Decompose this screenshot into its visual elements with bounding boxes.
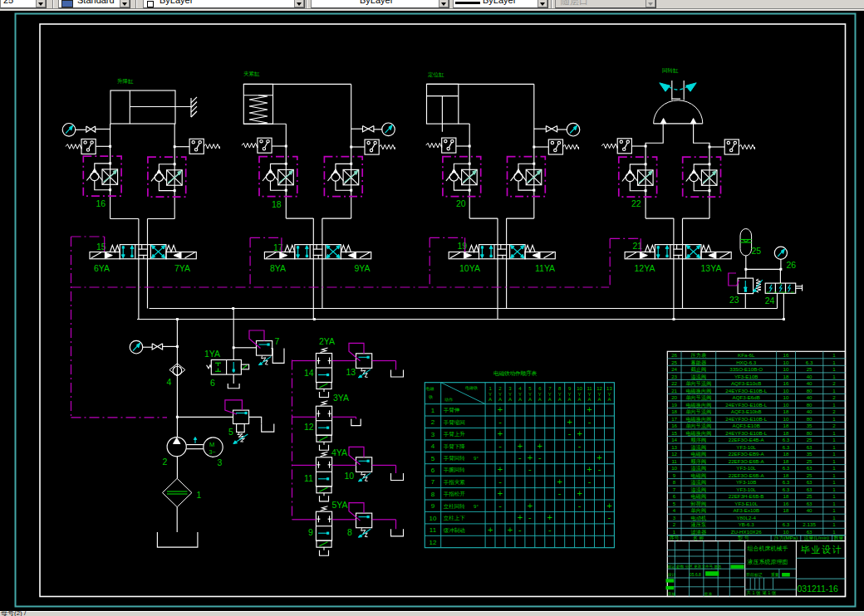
svg-text:16: 16: [96, 198, 106, 208]
svg-text:5: 5: [228, 427, 233, 437]
svg-text:YF3-10L: YF3-10L: [736, 444, 756, 450]
svg-text:2: 2: [832, 408, 836, 414]
svg-text:3YA: 3YA: [333, 393, 349, 403]
svg-text:1: 1: [832, 416, 836, 422]
svg-text:单向节流阀: 单向节流阀: [685, 408, 711, 415]
svg-text:9: 9: [673, 472, 676, 478]
svg-text:17: 17: [671, 416, 677, 422]
svg-text:缓冲制动: 缓冲制动: [444, 527, 465, 534]
svg-text:-: -: [608, 512, 611, 522]
svg-text:1: 1: [832, 437, 836, 442]
svg-text:25: 25: [807, 493, 812, 499]
svg-text:10: 10: [783, 416, 789, 422]
svg-text:AQF3-E10bB: AQF3-E10bB: [731, 408, 762, 414]
svg-text:24EYF3O-E10B-L: 24EYF3O-E10B-L: [725, 388, 767, 394]
svg-text:2YA: 2YA: [319, 336, 335, 346]
svg-text:4: 4: [518, 386, 522, 391]
svg-text:1: 1: [832, 521, 836, 527]
svg-text:2: 2: [832, 394, 836, 400]
svg-text:24: 24: [671, 366, 677, 372]
svg-text:+: +: [518, 512, 523, 522]
svg-text:13YA: 13YA: [701, 263, 722, 273]
svg-text:+: +: [498, 464, 503, 474]
svg-text:40: 40: [807, 408, 812, 414]
svg-text:+: +: [498, 428, 503, 438]
svg-text:+: +: [488, 525, 493, 535]
svg-text:Y: Y: [597, 392, 601, 397]
svg-text:立柱回转: 立柱回转: [444, 503, 466, 509]
svg-text:ZU-HX10X26: ZU-HX10X26: [731, 529, 762, 535]
svg-text:10: 10: [783, 359, 789, 365]
svg-text:AQF3-E10cB: AQF3-E10cB: [731, 380, 761, 386]
svg-text:12: 12: [596, 386, 602, 391]
svg-text:2: 2: [163, 457, 168, 467]
svg-text:Y: Y: [488, 392, 492, 397]
svg-text:63: 63: [807, 444, 812, 450]
svg-text:19: 19: [671, 402, 677, 408]
svg-text:手指夹紧: 手指夹紧: [444, 479, 466, 485]
svg-text:6: 6: [210, 378, 215, 388]
svg-text:10: 10: [783, 394, 789, 400]
svg-text:-: -: [538, 452, 542, 462]
svg-text:1: 1: [832, 515, 836, 521]
svg-text:+: +: [498, 404, 503, 414]
svg-text:63: 63: [807, 501, 812, 506]
svg-text:3: 3: [508, 386, 512, 391]
svg-text:18: 18: [783, 423, 789, 428]
svg-text:63: 63: [807, 529, 812, 535]
svg-text:回转缸: 回转缸: [662, 67, 679, 73]
svg-text:立柱上下: 立柱上下: [444, 515, 466, 521]
svg-text:16: 16: [783, 501, 789, 506]
svg-text:1: 1: [832, 451, 836, 457]
svg-text:22EF3O-E4B-A: 22EF3O-E4B-A: [729, 437, 765, 442]
svg-text:溢流阀: 溢流阀: [691, 479, 707, 486]
svg-text:YF3-E10B: YF3-E10B: [734, 374, 758, 379]
svg-text:-: -: [518, 525, 522, 535]
svg-text:26: 26: [787, 260, 797, 270]
svg-text:溢流阀: 溢流阀: [691, 486, 707, 493]
svg-text:-: -: [518, 452, 522, 462]
svg-text:1YA: 1YA: [204, 349, 220, 359]
svg-text:YF3-10L: YF3-10L: [736, 465, 756, 471]
svg-text:溢流阀: 溢流阀: [691, 444, 707, 451]
svg-text:6.3: 6.3: [783, 444, 790, 450]
svg-text:手臂回转: 手臂回转: [444, 455, 466, 461]
svg-text:18: 18: [783, 408, 789, 414]
svg-text:+: +: [587, 464, 592, 474]
svg-text:6: 6: [538, 386, 542, 391]
svg-text:A: A: [508, 397, 512, 402]
svg-text:15: 15: [671, 430, 677, 436]
svg-text:电磁: 电磁: [426, 386, 434, 391]
svg-text:电磁阀: 电磁阀: [691, 493, 707, 500]
svg-text:+: +: [567, 417, 572, 427]
svg-text:20: 20: [456, 198, 466, 208]
svg-text:+: +: [538, 441, 542, 451]
svg-text:7YA: 7YA: [174, 263, 190, 273]
svg-text:80: 80: [807, 416, 812, 422]
svg-text:电磁换向阀: 电磁换向阀: [685, 416, 711, 423]
svg-text:单向节流阀: 单向节流阀: [685, 423, 711, 429]
svg-text:40: 40: [807, 394, 812, 400]
svg-text:-: -: [528, 512, 532, 522]
svg-text:截止阀: 截止阀: [691, 366, 707, 373]
svg-text:液压泵: 液压泵: [691, 521, 707, 528]
svg-text:40: 40: [807, 507, 812, 513]
svg-text:YF3-E10L: YF3-E10L: [734, 501, 758, 506]
svg-text:18: 18: [783, 472, 789, 478]
svg-text:80: 80: [807, 388, 812, 394]
svg-text:25: 25: [752, 246, 762, 256]
svg-text:6.3: 6.3: [783, 437, 790, 442]
svg-text:-: -: [548, 525, 552, 535]
svg-text:Y: Y: [518, 392, 522, 397]
svg-text:-: -: [588, 477, 592, 486]
svg-text:A: A: [518, 397, 522, 402]
svg-text:10: 10: [577, 386, 582, 391]
svg-text:电磁阀: 电磁阀: [691, 472, 707, 479]
svg-text:11: 11: [430, 526, 437, 534]
svg-text:5: 5: [528, 386, 532, 391]
svg-text:9: 9: [431, 502, 435, 510]
svg-text:2: 2: [431, 418, 435, 426]
svg-text:单向节流阀: 单向节流阀: [685, 394, 711, 401]
svg-text:+: +: [577, 488, 582, 498]
svg-text:+: +: [528, 452, 533, 462]
